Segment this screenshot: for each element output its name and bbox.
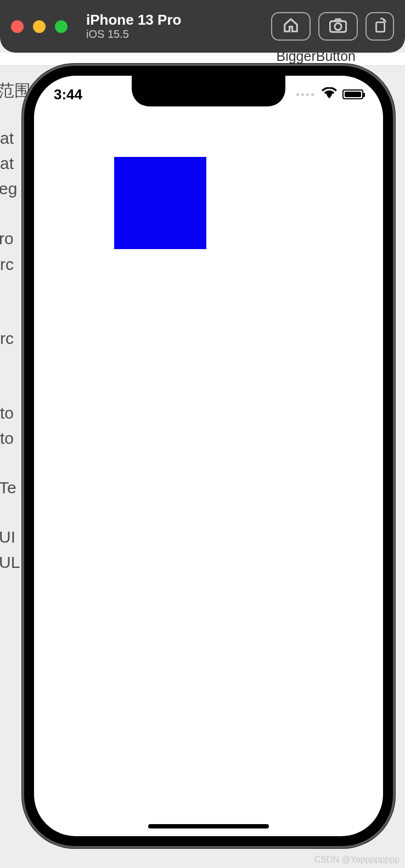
bg-text: to [0,429,14,448]
bg-text: at [0,129,14,148]
device-screen[interactable]: 3:44 [34,76,383,836]
bg-text: rc [0,255,14,274]
svg-point-1 [335,23,341,30]
rotate-icon [373,17,387,36]
os-version: iOS 15.5 [86,27,181,41]
xcode-button-label: BiggerButton [276,53,356,64]
bg-text: eg [0,179,17,198]
home-icon [283,17,299,36]
bg-text: rc [0,329,14,348]
bg-text: to [0,404,14,422]
home-indicator[interactable] [148,824,269,828]
home-button[interactable] [271,12,311,41]
camera-icon [329,18,347,35]
watermark: CSDN @Yepppppppp [314,855,400,865]
svg-rect-2 [376,22,385,32]
device-frame: 3:44 [22,64,395,848]
blue-square-view [114,157,206,249]
zoom-window-button[interactable] [55,20,68,33]
minimize-window-button[interactable] [33,20,46,33]
app-content [34,76,383,836]
bg-text: UL [0,553,20,572]
close-window-button[interactable] [11,20,24,33]
bg-text: UI [0,528,15,546]
screenshot-button[interactable] [318,12,358,41]
device-name: iPhone 13 Pro [86,12,181,28]
simulator-toolbar: iPhone 13 Pro iOS 15.5 [0,0,405,53]
rotate-button[interactable] [365,12,394,41]
bg-text: Te [0,478,16,497]
bg-text: at [0,154,14,173]
simulator-title: iPhone 13 Pro iOS 15.5 [86,12,181,41]
window-traffic-lights [11,20,68,33]
bg-text: ro [0,229,14,248]
